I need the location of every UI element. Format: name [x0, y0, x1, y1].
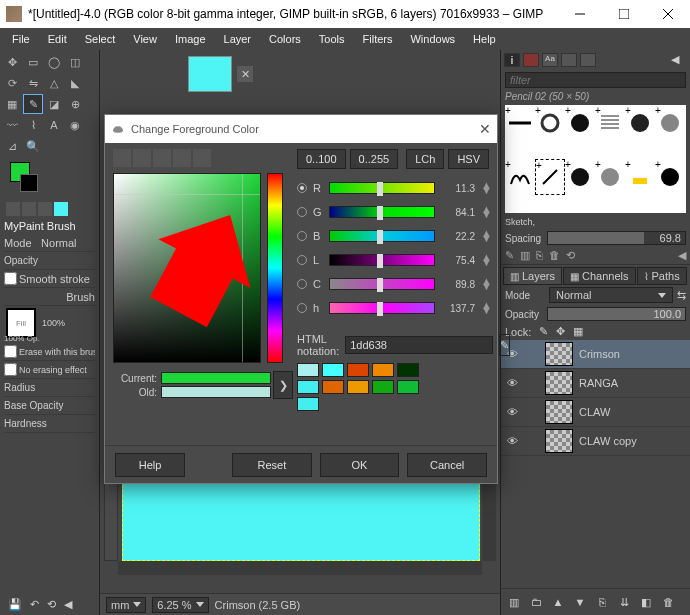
mask-layer-icon[interactable]: ◧: [637, 593, 655, 611]
tab-layers[interactable]: ▥ Layers: [503, 267, 562, 285]
channel-radio-L[interactable]: [297, 255, 307, 265]
lock-alpha-icon[interactable]: ▦: [573, 325, 583, 338]
help-button[interactable]: Help: [115, 453, 185, 477]
tab-icon[interactable]: [54, 202, 68, 216]
new-brush-icon[interactable]: ▥: [520, 249, 530, 262]
menu-select[interactable]: Select: [77, 31, 124, 47]
history-swatch[interactable]: [322, 380, 344, 394]
channel-spinner[interactable]: ▲▼: [481, 303, 489, 313]
image-tab-thumb[interactable]: [188, 56, 232, 92]
colortab-icon[interactable]: [113, 149, 131, 167]
tool-text[interactable]: A: [44, 115, 64, 135]
visibility-icon[interactable]: 👁: [505, 377, 519, 389]
colortab-icon[interactable]: [173, 149, 191, 167]
edit-brush-icon[interactable]: ✎: [505, 249, 514, 262]
mode-value[interactable]: Normal: [41, 237, 76, 249]
channel-spinner[interactable]: ▲▼: [481, 207, 489, 217]
history-swatch[interactable]: [322, 363, 344, 377]
range-0-255-button[interactable]: 0..255: [350, 149, 399, 169]
new-layer-icon[interactable]: ▥: [505, 593, 523, 611]
left-icon[interactable]: ◀: [64, 598, 72, 611]
tab-icon[interactable]: [38, 202, 52, 216]
close-button[interactable]: [646, 0, 690, 28]
layer-opacity-slider[interactable]: 100.0: [547, 307, 686, 321]
channel-slider-L[interactable]: [329, 254, 435, 266]
lock-pixels-icon[interactable]: ✎: [539, 325, 548, 338]
layer-name[interactable]: RANGA: [579, 377, 618, 389]
tab-channels[interactable]: ▦Channels: [563, 267, 635, 285]
history-swatch[interactable]: [297, 380, 319, 394]
layer-name[interactable]: CLAW copy: [579, 435, 637, 447]
background-color[interactable]: [20, 174, 38, 192]
history-swatch[interactable]: [347, 363, 369, 377]
tool-bucket[interactable]: ◣: [65, 73, 85, 93]
layer-name[interactable]: Crimson: [579, 348, 620, 360]
channel-radio-B[interactable]: [297, 231, 307, 241]
menu-file[interactable]: File: [4, 31, 38, 47]
ruler-vertical[interactable]: [104, 475, 118, 561]
tool-move[interactable]: ✥: [2, 52, 22, 72]
cancel-button[interactable]: Cancel: [407, 453, 487, 477]
channel-radio-R[interactable]: [297, 183, 307, 193]
channel-radio-C[interactable]: [297, 279, 307, 289]
menu-view[interactable]: View: [125, 31, 165, 47]
noerase-checkbox[interactable]: [4, 363, 17, 376]
colortab-icon[interactable]: [153, 149, 171, 167]
maximize-button[interactable]: [602, 0, 646, 28]
tab-icon[interactable]: [22, 202, 36, 216]
dup-layer-icon[interactable]: ⎘: [593, 593, 611, 611]
dock-tab-icon[interactable]: Aa: [542, 53, 558, 67]
refresh-brush-icon[interactable]: ⟲: [566, 249, 575, 262]
tool-crop[interactable]: ◫: [65, 52, 85, 72]
minimize-button[interactable]: [558, 0, 602, 28]
menu-filters[interactable]: Filters: [355, 31, 401, 47]
channel-spinner[interactable]: ▲▼: [481, 183, 489, 193]
tool-rotate[interactable]: ⟳: [2, 73, 22, 93]
colortab-icon[interactable]: [133, 149, 151, 167]
refresh-icon[interactable]: ⟲: [47, 598, 56, 611]
raise-layer-icon[interactable]: ▲: [549, 593, 567, 611]
lock-position-icon[interactable]: ✥: [556, 325, 565, 338]
add-to-history-button[interactable]: ❯: [273, 371, 293, 399]
scrollbar-horizontal[interactable]: [118, 561, 482, 575]
dup-brush-icon[interactable]: ⎘: [536, 249, 543, 262]
hsv-button[interactable]: HSV: [448, 149, 489, 169]
menu-tools[interactable]: Tools: [311, 31, 353, 47]
tool-cage[interactable]: △: [44, 73, 64, 93]
layer-group-icon[interactable]: 🗀: [527, 593, 545, 611]
tool-gradient[interactable]: ▦: [2, 94, 22, 114]
fg-bg-colors[interactable]: [6, 162, 99, 198]
history-swatch[interactable]: [397, 363, 419, 377]
tool-picker[interactable]: ◉: [65, 115, 85, 135]
dock-tab-icon[interactable]: [523, 53, 539, 67]
dock-menu-icon[interactable]: ◀: [671, 53, 687, 67]
del-brush-icon[interactable]: 🗑: [549, 249, 560, 262]
visibility-icon[interactable]: 👁: [505, 406, 519, 418]
color-picker-icon[interactable]: ✎: [499, 334, 510, 356]
brush-grid[interactable]: + + + + + + + + + + + +: [505, 105, 686, 213]
layer-name[interactable]: CLAW: [579, 406, 610, 418]
dialog-titlebar[interactable]: Change Foreground Color ✕: [105, 115, 497, 143]
tool-lasso[interactable]: ◯: [44, 52, 64, 72]
dialog-close-button[interactable]: ✕: [479, 121, 491, 137]
lower-layer-icon[interactable]: ▼: [571, 593, 589, 611]
layer-row[interactable]: 👁CLAW copy: [501, 427, 690, 456]
html-notation-input[interactable]: [345, 336, 493, 354]
brush-filter-input[interactable]: [505, 72, 686, 88]
layer-row[interactable]: 👁Crimson: [501, 340, 690, 369]
close-tab-button[interactable]: ✕: [236, 65, 254, 83]
menu-layer[interactable]: Layer: [216, 31, 260, 47]
reset-button[interactable]: Reset: [232, 453, 312, 477]
visibility-icon[interactable]: 👁: [505, 435, 519, 447]
channel-spinner[interactable]: ▲▼: [481, 255, 489, 265]
tool-path[interactable]: ⌇: [23, 115, 43, 135]
channel-radio-G[interactable]: [297, 207, 307, 217]
color-field[interactable]: [113, 173, 261, 363]
menu-brush-icon[interactable]: ◀: [678, 249, 686, 262]
dock-tab-icon[interactable]: i: [504, 53, 520, 67]
history-swatch[interactable]: [372, 380, 394, 394]
old-color-swatch[interactable]: [161, 386, 271, 398]
dock-tab-icon[interactable]: [561, 53, 577, 67]
history-swatch[interactable]: [347, 380, 369, 394]
delete-layer-icon[interactable]: 🗑: [659, 593, 677, 611]
